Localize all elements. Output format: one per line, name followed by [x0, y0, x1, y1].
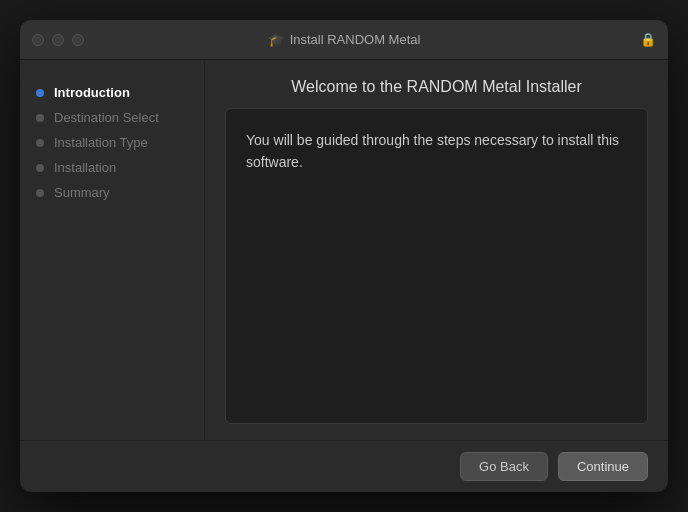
- titlebar: 🎓 Install RANDOM Metal 🔒: [20, 20, 668, 60]
- sidebar-label-summary: Summary: [54, 185, 110, 200]
- sidebar-dot-destination-select: [36, 114, 44, 122]
- sidebar-label-installation-type: Installation Type: [54, 135, 148, 150]
- sidebar-item-introduction[interactable]: Introduction: [20, 80, 204, 105]
- traffic-lights: [32, 34, 84, 46]
- window-title: Install RANDOM Metal: [290, 32, 421, 47]
- sidebar-item-destination-select[interactable]: Destination Select: [20, 105, 204, 130]
- sidebar-label-destination-select: Destination Select: [54, 110, 159, 125]
- sidebar-item-installation-type[interactable]: Installation Type: [20, 130, 204, 155]
- sidebar-label-introduction: Introduction: [54, 85, 130, 100]
- sidebar-dot-installation: [36, 164, 44, 172]
- sidebar-label-installation: Installation: [54, 160, 116, 175]
- sidebar-item-installation[interactable]: Installation: [20, 155, 204, 180]
- sidebar-dot-summary: [36, 189, 44, 197]
- app-icon: 🎓: [268, 32, 284, 47]
- installer-window: 🎓 Install RANDOM Metal 🔒 Introduction De…: [20, 20, 668, 492]
- continue-button[interactable]: Continue: [558, 452, 648, 481]
- sidebar: Introduction Destination Select Installa…: [20, 60, 205, 440]
- lock-icon: 🔒: [640, 32, 656, 47]
- main-content: Welcome to the RANDOM Metal Installer Yo…: [205, 60, 668, 440]
- footer: Go Back Continue: [20, 440, 668, 492]
- maximize-button[interactable]: [72, 34, 84, 46]
- go-back-button[interactable]: Go Back: [460, 452, 548, 481]
- content-text: You will be guided through the steps nec…: [246, 129, 627, 174]
- page-title: Welcome to the RANDOM Metal Installer: [205, 60, 668, 108]
- sidebar-dot-installation-type: [36, 139, 44, 147]
- minimize-button[interactable]: [52, 34, 64, 46]
- sidebar-dot-introduction: [36, 89, 44, 97]
- close-button[interactable]: [32, 34, 44, 46]
- sidebar-item-summary[interactable]: Summary: [20, 180, 204, 205]
- content-area: Introduction Destination Select Installa…: [20, 60, 668, 440]
- content-box: You will be guided through the steps nec…: [225, 108, 648, 424]
